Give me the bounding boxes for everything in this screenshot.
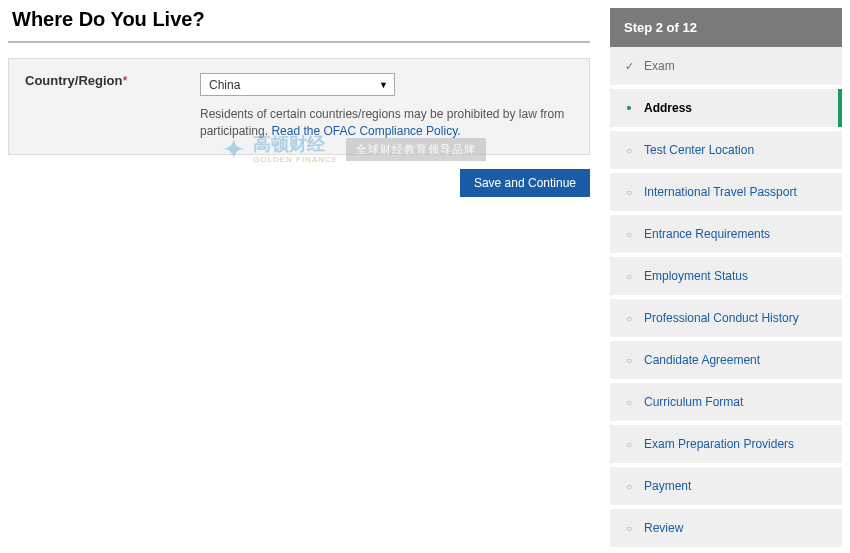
- ofac-link[interactable]: Read the OFAC Compliance Policy.: [271, 124, 460, 138]
- circle-icon: ○: [624, 271, 634, 282]
- step-item-test-center-location[interactable]: ○Test Center Location: [610, 131, 842, 173]
- step-label: Test Center Location: [644, 143, 754, 157]
- step-item-exam[interactable]: ✓Exam: [610, 47, 842, 89]
- helper-text: Residents of certain countries/regions m…: [200, 106, 573, 140]
- step-item-review[interactable]: ○Review: [610, 509, 842, 551]
- step-label: Entrance Requirements: [644, 227, 770, 241]
- step-label: Payment: [644, 479, 691, 493]
- step-label: Candidate Agreement: [644, 353, 760, 367]
- check-icon: ✓: [624, 60, 634, 73]
- step-item-curriculum-format[interactable]: ○Curriculum Format: [610, 383, 842, 425]
- circle-icon: ○: [624, 397, 634, 408]
- country-label: Country/Region: [25, 73, 123, 88]
- step-label: Review: [644, 521, 683, 535]
- step-label: Curriculum Format: [644, 395, 743, 409]
- divider: [8, 41, 590, 43]
- save-continue-button[interactable]: Save and Continue: [460, 169, 590, 197]
- circle-icon: ○: [624, 481, 634, 492]
- step-label: Address: [644, 101, 692, 115]
- step-label: Exam Preparation Providers: [644, 437, 794, 451]
- country-select-value: China: [209, 78, 240, 92]
- circle-icon: ○: [624, 523, 634, 534]
- progress-sidebar: Step 2 of 12 ✓Exam•Address○Test Center L…: [610, 8, 842, 551]
- circle-icon: ○: [624, 313, 634, 324]
- required-indicator: *: [123, 73, 128, 88]
- step-item-entrance-requirements[interactable]: ○Entrance Requirements: [610, 215, 842, 257]
- step-item-payment[interactable]: ○Payment: [610, 467, 842, 509]
- step-item-international-travel-passport[interactable]: ○International Travel Passport: [610, 173, 842, 215]
- circle-icon: ○: [624, 145, 634, 156]
- step-item-professional-conduct-history[interactable]: ○Professional Conduct History: [610, 299, 842, 341]
- circle-icon: ○: [624, 355, 634, 366]
- current-dot-icon: •: [624, 103, 634, 113]
- page-title: Where Do You Live?: [8, 8, 590, 31]
- country-select[interactable]: China ▼: [200, 73, 395, 96]
- step-label: Employment Status: [644, 269, 748, 283]
- step-header: Step 2 of 12: [610, 8, 842, 47]
- step-item-address[interactable]: •Address: [610, 89, 842, 131]
- form-region: Country/Region* China ▼ Residents of cer…: [8, 58, 590, 155]
- step-label: International Travel Passport: [644, 185, 797, 199]
- circle-icon: ○: [624, 229, 634, 240]
- step-label: Professional Conduct History: [644, 311, 799, 325]
- chevron-down-icon: ▼: [379, 80, 388, 90]
- step-item-exam-preparation-providers[interactable]: ○Exam Preparation Providers: [610, 425, 842, 467]
- step-label: Exam: [644, 59, 675, 73]
- step-item-employment-status[interactable]: ○Employment Status: [610, 257, 842, 299]
- circle-icon: ○: [624, 439, 634, 450]
- circle-icon: ○: [624, 187, 634, 198]
- step-item-candidate-agreement[interactable]: ○Candidate Agreement: [610, 341, 842, 383]
